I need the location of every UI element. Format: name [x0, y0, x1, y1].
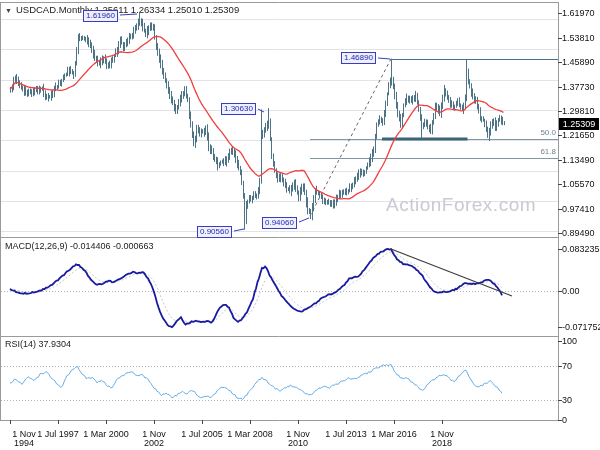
rsi-axis-label: 0	[562, 416, 567, 425]
price-axis-label: 1.29810	[562, 107, 595, 116]
rsi-indicator-label: RSI(14) 37.9304	[5, 339, 71, 349]
price-axis-label: 1.13490	[562, 156, 595, 165]
price-annotation-box[interactable]: 0.94060	[262, 217, 297, 229]
price-axis-label: 1.61970	[562, 9, 595, 18]
price-annotation-box[interactable]: 0.90560	[197, 226, 232, 238]
collapse-chart-icon[interactable]: ▼	[5, 7, 12, 14]
date-axis-label: 1 Mar 2000	[83, 430, 129, 439]
date-axis-label: 1 Mar 2016	[371, 430, 417, 439]
date-axis-label: 1 Jul 1997	[35, 430, 81, 439]
price-axis-label: 1.53810	[562, 34, 595, 43]
macd-axis-label: 0.00	[562, 287, 580, 296]
chart-legend: ▼USDCAD.Monthly 1.25611 1.26334 1.25010 …	[5, 4, 239, 15]
fib-level-label: 50.0	[526, 129, 556, 137]
price-axis-label: 1.21650	[562, 131, 595, 140]
date-axis-label: 1 Nov 2010	[275, 430, 321, 448]
price-annotation-box[interactable]: 1.46890	[341, 52, 376, 64]
symbol-period-ohlc-title: USDCAD.Monthly 1.25611 1.26334 1.25010 1…	[16, 4, 239, 15]
price-axis-label: 1.05570	[562, 180, 595, 189]
macd-axis-label: 0.083235	[562, 245, 600, 254]
date-axis-label: 1 Mar 2008	[227, 430, 273, 439]
date-axis-label: 1 Jul 2005	[179, 430, 225, 439]
price-axis-label: 1.45890	[562, 58, 595, 67]
price-annotation-box[interactable]: 1.30630	[221, 103, 256, 115]
chart-canvas[interactable]	[0, 0, 600, 450]
price-axis-label: 0.97410	[562, 205, 595, 214]
rsi-axis-label: 30	[562, 396, 572, 405]
price-axis-label: 1.37730	[562, 83, 595, 92]
watermark: ActionForex.com	[386, 194, 536, 216]
rsi-axis-label: 70	[562, 362, 572, 371]
rsi-axis-label: 100	[562, 337, 577, 346]
price-annotation-box[interactable]: 1.61960	[83, 10, 118, 22]
current-price-badge: 1.25309	[559, 118, 599, 130]
forex-chart-window: ▼USDCAD.Monthly 1.25611 1.26334 1.25010 …	[0, 0, 600, 450]
macd-axis-label: -0.071752	[562, 323, 600, 332]
price-axis-label: 0.89490	[562, 229, 595, 238]
date-axis-label: 1 Nov 2002	[131, 430, 177, 448]
macd-indicator-label: MACD(12,26,9) -0.014406 -0.000663	[5, 241, 154, 251]
date-axis-label: 1 Nov 2018	[419, 430, 465, 448]
date-axis-label: 1 Jul 2013	[323, 430, 369, 439]
fib-level-label: 61.8	[526, 148, 556, 156]
